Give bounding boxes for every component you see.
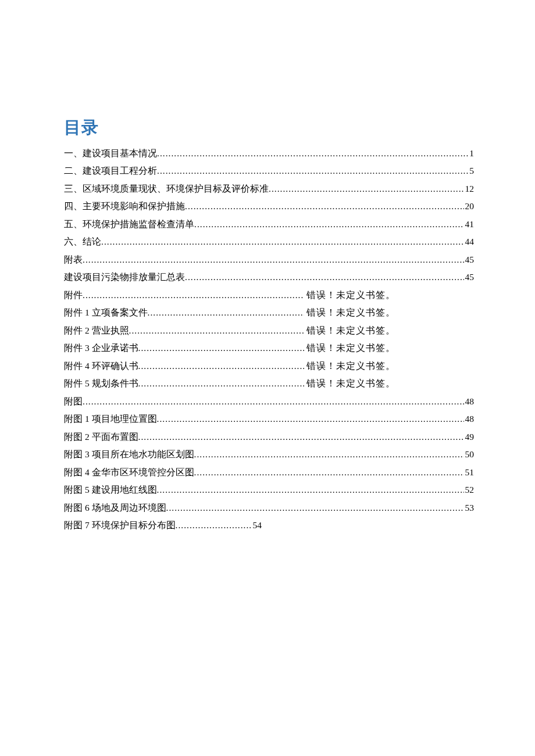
toc-entry-label: 附件 3 企业承诺书 bbox=[64, 343, 138, 353]
toc-leader-dots bbox=[138, 343, 305, 353]
toc-entry-page: 41 bbox=[464, 220, 475, 229]
toc-entry[interactable]: 附表45 bbox=[64, 250, 474, 268]
toc-entry-label: 附图 7 环境保护目标分布图 bbox=[64, 521, 176, 530]
toc-entry[interactable]: 建设项目污染物排放量汇总表45 bbox=[64, 268, 474, 286]
toc-leader-dots bbox=[83, 255, 464, 264]
toc-entry[interactable]: 附件错误！未定义书签。 bbox=[64, 286, 395, 304]
toc-entry-label: 五、环境保护措施监督检查清单 bbox=[64, 220, 194, 229]
toc-entry-label: 附件 5 规划条件书 bbox=[64, 379, 138, 388]
toc-entry-error: 错误！未定义书签。 bbox=[304, 343, 395, 353]
toc-entry-label: 附图 bbox=[64, 397, 83, 406]
toc-entry-page: 49 bbox=[464, 432, 475, 442]
toc-leader-dots bbox=[138, 432, 464, 442]
toc-entry[interactable]: 附图 2 平面布置图49 bbox=[64, 428, 474, 446]
toc-entry[interactable]: 四、主要环境影响和保护措施20 bbox=[64, 198, 474, 216]
toc-entry-page: 20 bbox=[464, 202, 475, 211]
toc-entry-page: 51 bbox=[464, 468, 475, 477]
toc-entry-label: 附图 5 建设用地红线图 bbox=[64, 485, 157, 495]
toc-entry-label: 附表 bbox=[64, 255, 83, 264]
toc-entry-error: 错误！未定义书签。 bbox=[304, 291, 395, 300]
toc-leader-dots bbox=[101, 237, 464, 246]
toc-entry-page: 52 bbox=[464, 485, 475, 495]
toc-leader-dots bbox=[148, 308, 305, 317]
toc-entry[interactable]: 附图48 bbox=[64, 392, 474, 410]
toc-leader-dots bbox=[138, 361, 305, 371]
toc-entry-error: 错误！未定义书签。 bbox=[304, 379, 395, 388]
toc-entry-page: 48 bbox=[464, 397, 475, 406]
toc-leader-dots bbox=[157, 149, 468, 158]
toc-entry-page: 50 bbox=[464, 450, 475, 459]
toc-entry-error: 错误！未定义书签。 bbox=[304, 361, 395, 371]
toc-entry-label: 附图 6 场地及周边环境图 bbox=[64, 503, 166, 513]
toc-entry[interactable]: 附图 7 环境保护目标分布图54 bbox=[64, 517, 262, 535]
toc-title: 目录 bbox=[64, 116, 474, 139]
toc-entry-page: 53 bbox=[464, 503, 475, 513]
toc-leader-dots bbox=[185, 273, 464, 282]
toc-entry[interactable]: 附件 1 立项备案文件 错误！未定义书签。 bbox=[64, 304, 395, 322]
toc-leader-dots bbox=[138, 379, 305, 388]
toc-entry-error: 错误！未定义书签。 bbox=[304, 326, 395, 335]
toc-entry[interactable]: 三、区域环境质量现状、环境保护目标及评价标准12 bbox=[64, 180, 474, 198]
toc-entry-page: 5 bbox=[468, 166, 474, 175]
toc-leader-dots bbox=[157, 485, 464, 495]
toc-entry-label: 附件 bbox=[64, 291, 83, 300]
toc-entry-label: 一、建设项目基本情况 bbox=[64, 149, 157, 158]
toc-entry[interactable]: 二、建设项目工程分析5 bbox=[64, 162, 474, 180]
toc-entry-page: 1 bbox=[468, 149, 474, 158]
toc-leader-dots bbox=[176, 521, 252, 530]
toc-entry[interactable]: 附件 2 营业执照 错误！未定义书签。 bbox=[64, 321, 395, 339]
toc-entry[interactable]: 附图 3 项目所在地水功能区划图50 bbox=[64, 446, 474, 464]
toc-leader-dots bbox=[194, 450, 464, 459]
toc-entry[interactable]: 附件 5 规划条件书 错误！未定义书签。 bbox=[64, 375, 395, 393]
toc-leader-dots bbox=[194, 468, 464, 477]
toc-entry-page: 45 bbox=[464, 273, 475, 282]
toc-leader-dots bbox=[194, 220, 464, 229]
toc-entry[interactable]: 附图 1 项目地理位置图48 bbox=[64, 410, 474, 428]
toc-entry-label: 三、区域环境质量现状、环境保护目标及评价标准 bbox=[64, 184, 269, 194]
toc-entry-label: 六、结论 bbox=[64, 237, 101, 246]
toc-entry-label: 二、建设项目工程分析 bbox=[64, 166, 157, 175]
toc-entry-page: 45 bbox=[464, 255, 475, 264]
toc-leader-dots bbox=[83, 291, 304, 300]
toc-entry-page: 44 bbox=[464, 237, 475, 246]
toc-entry[interactable]: 附件 4 环评确认书 错误！未定义书签。 bbox=[64, 357, 395, 375]
toc-entry[interactable]: 五、环境保护措施监督检查清单41 bbox=[64, 215, 474, 233]
toc-entry-page: 48 bbox=[464, 414, 475, 424]
toc-entry-label: 附件 4 环评确认书 bbox=[64, 361, 138, 371]
toc-entry-label: 附图 4 金华市区环境管控分区图 bbox=[64, 468, 194, 477]
toc-entry[interactable]: 一、建设项目基本情况1 bbox=[64, 144, 474, 162]
toc-leader-dots bbox=[83, 397, 464, 406]
toc-entry-label: 附图 3 项目所在地水功能区划图 bbox=[64, 450, 194, 459]
toc-leader-dots bbox=[129, 326, 305, 335]
toc-leader-dots bbox=[269, 184, 464, 194]
toc-entry-label: 附图 2 平面布置图 bbox=[64, 432, 138, 442]
toc-leader-dots bbox=[185, 202, 464, 211]
toc-entry-label: 附件 1 立项备案文件 bbox=[64, 308, 148, 317]
toc-entry-label: 附图 1 项目地理位置图 bbox=[64, 414, 157, 424]
toc-entry[interactable]: 附件 3 企业承诺书 错误！未定义书签。 bbox=[64, 339, 395, 357]
toc-leader-dots bbox=[157, 166, 468, 175]
table-of-contents: 一、建设项目基本情况1二、建设项目工程分析5三、区域环境质量现状、环境保护目标及… bbox=[64, 144, 474, 534]
toc-entry-page: 12 bbox=[464, 184, 475, 194]
toc-entry-page: 54 bbox=[252, 521, 262, 530]
toc-entry[interactable]: 附图 4 金华市区环境管控分区图51 bbox=[64, 463, 474, 481]
toc-entry[interactable]: 附图 5 建设用地红线图52 bbox=[64, 481, 474, 499]
toc-leader-dots bbox=[166, 503, 464, 513]
toc-entry-label: 四、主要环境影响和保护措施 bbox=[64, 202, 185, 211]
toc-entry[interactable]: 六、结论44 bbox=[64, 233, 474, 251]
toc-entry[interactable]: 附图 6 场地及周边环境图53 bbox=[64, 499, 474, 517]
toc-entry-label: 附件 2 营业执照 bbox=[64, 326, 129, 335]
document-page: 目录 一、建设项目基本情况1二、建设项目工程分析5三、区域环境质量现状、环境保护… bbox=[0, 0, 535, 756]
toc-leader-dots bbox=[157, 414, 464, 424]
toc-entry-error: 错误！未定义书签。 bbox=[304, 308, 395, 317]
toc-entry-label: 建设项目污染物排放量汇总表 bbox=[64, 273, 185, 282]
